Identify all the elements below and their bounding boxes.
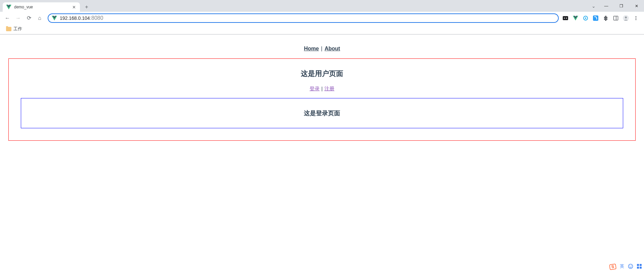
close-tab-icon[interactable]: ✕: [71, 4, 77, 10]
address-host: 192.168.0.104: [60, 15, 90, 21]
menu-icon[interactable]: [633, 15, 639, 21]
nav-home-link[interactable]: Home: [304, 46, 319, 51]
nav-separator: |: [320, 46, 323, 51]
svg-point-4: [585, 17, 586, 19]
new-tab-button[interactable]: +: [82, 2, 91, 12]
maximize-button[interactable]: ❐: [614, 1, 629, 11]
bookmark-label: 工作: [13, 26, 22, 32]
svg-point-2: [566, 17, 567, 18]
address-bar[interactable]: 192.168.0.104:8080: [48, 13, 559, 23]
vue-devtools-icon[interactable]: [572, 15, 579, 21]
svg-point-9: [625, 16, 627, 18]
top-nav: Home | About: [0, 43, 644, 58]
extensions-menu-icon[interactable]: [602, 15, 609, 21]
extension-4-icon[interactable]: [592, 15, 599, 21]
extension-3-icon[interactable]: [582, 15, 589, 21]
bookmark-work[interactable]: 工作: [4, 25, 24, 33]
login-link[interactable]: 登录: [310, 86, 320, 91]
tab-bar: demo_vue ✕ + ⌄ — ❐ ✕: [0, 0, 644, 12]
svg-rect-5: [593, 15, 598, 21]
home-button[interactable]: ⌂: [35, 13, 44, 23]
register-link[interactable]: 注册: [324, 86, 334, 91]
user-panel: 这是用户页面 登录 | 注册 这是登录页面: [8, 58, 636, 141]
login-page-title: 这是登录页面: [21, 109, 623, 117]
back-button[interactable]: ←: [3, 13, 12, 23]
user-sub-nav: 登录 | 注册: [21, 86, 623, 92]
login-panel: 这是登录页面: [21, 98, 623, 128]
svg-rect-6: [614, 16, 618, 20]
profile-icon[interactable]: [623, 15, 629, 21]
extension-icons: [562, 15, 641, 21]
svg-point-11: [636, 17, 637, 18]
user-page-title: 这是用户页面: [21, 69, 623, 78]
extension-1-icon[interactable]: [562, 15, 569, 21]
nav-about-link[interactable]: About: [325, 46, 340, 51]
svg-point-12: [636, 19, 637, 20]
tab-title: demo_vue: [14, 5, 71, 9]
folder-icon: [6, 27, 11, 31]
window-controls: ⌄ — ❐ ✕: [589, 0, 644, 12]
subnav-separator: |: [321, 86, 323, 91]
address-port: :8080: [90, 15, 103, 21]
svg-point-1: [564, 17, 565, 18]
minimize-button[interactable]: —: [599, 1, 614, 11]
reload-button[interactable]: ⟳: [24, 13, 34, 23]
side-panel-icon[interactable]: [612, 15, 619, 21]
browser-toolbar: ← → ⟳ ⌂ 192.168.0.104:8080: [0, 12, 644, 24]
tab-overflow-icon[interactable]: ⌄: [589, 1, 599, 11]
close-window-button[interactable]: ✕: [629, 1, 644, 11]
bookmarks-bar: 工作: [0, 24, 644, 34]
browser-chrome: demo_vue ✕ + ⌄ — ❐ ✕ ← → ⟳ ⌂ 192.168.0.1…: [0, 0, 644, 35]
page-content: Home | About 这是用户页面 登录 | 注册 这是登录页面: [0, 35, 644, 141]
browser-tab[interactable]: demo_vue ✕: [3, 2, 80, 12]
forward-button[interactable]: →: [13, 13, 23, 23]
svg-rect-0: [563, 16, 568, 20]
site-favicon-icon: [52, 15, 57, 21]
vue-favicon-icon: [6, 4, 11, 10]
svg-point-10: [636, 16, 637, 17]
